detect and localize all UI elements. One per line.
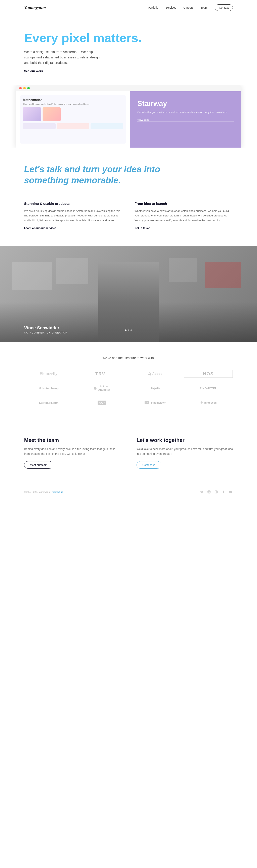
team-member-name: Vince Schwidder — [24, 325, 67, 331]
svg-rect-1 — [215, 491, 218, 493]
client-nos: NOS — [184, 370, 233, 378]
client-hotelchamp: H Hotelchamp — [24, 384, 73, 392]
window-dot-red — [19, 87, 22, 89]
nav-careers[interactable]: Careers — [184, 6, 194, 9]
client-lightspeed: lightspeed — [184, 399, 233, 407]
feature-products-cta[interactable]: Learn about our services → — [24, 226, 60, 229]
footer-copyright: © 2009 - 2020 Yummygum • Contact us — [24, 491, 63, 493]
nav-team[interactable]: Team — [201, 6, 207, 9]
features-section: Stunning & usable products We are a fun-… — [0, 198, 257, 246]
social-twitter[interactable] — [200, 490, 204, 494]
main-nav: Yummygum Portfolio Services Careers Team… — [0, 0, 257, 15]
mockup-section: Mathematics There are 28 topics availabl… — [0, 85, 257, 148]
cta-work-together: Let's work together We'd love to hear mo… — [136, 437, 233, 469]
nav-contact-button[interactable]: Contact — [215, 4, 233, 11]
mock-row-item-1 — [23, 123, 56, 129]
nav-links: Portfolio Services Careers Team Contact — [148, 4, 233, 11]
cta-bottom-section: Meet the team Behind every decision and … — [0, 421, 257, 485]
clients-grid: Shutterfly TRVL Adobe NOS H Hotelchamp S… — [24, 370, 233, 407]
feature-launch-title: From idea to launch — [134, 202, 233, 206]
mock-cards — [23, 107, 123, 121]
browser-left-panel: Mathematics There are 28 topics availabl… — [16, 91, 130, 148]
cta-work-title: Let's work together — [136, 437, 233, 443]
mock-app-title: Mathematics — [23, 98, 123, 102]
tagline-section: Let's talk and turn your idea into somet… — [0, 148, 257, 198]
client-findhotel: FINDHOTEL — [184, 384, 233, 392]
cta-work-body: We'd love to hear more about your produc… — [136, 446, 233, 456]
client-shutterfly: Shutterfly — [24, 370, 73, 378]
team-member-role: CO-FOUNDER, UX DIRECTOR — [24, 331, 67, 334]
client-trvl: TRVL — [77, 370, 127, 378]
cta-meet-body: Behind every decision and every pixel is… — [24, 446, 121, 456]
client-spider: SpiderStrategies — [77, 384, 127, 392]
office-monitor-4 — [169, 258, 197, 282]
footer-contact-link[interactable]: Contact us — [53, 491, 63, 493]
stairway-view-case[interactable]: View case → — [137, 118, 234, 122]
carousel-dots — [125, 330, 132, 331]
client-adobe: Adobe — [130, 370, 180, 378]
feature-products: Stunning & usable products We are a fun-… — [24, 202, 123, 230]
office-monitor-left — [12, 262, 52, 290]
office-monitor-2 — [56, 258, 88, 284]
office-monitor-right — [205, 262, 241, 288]
browser-window: Mathematics There are 28 topics availabl… — [16, 85, 241, 148]
dot-1[interactable] — [125, 330, 127, 331]
feature-launch: From idea to launch Whether you have a n… — [134, 202, 233, 230]
site-logo[interactable]: Yummygum — [24, 5, 46, 10]
dot-3[interactable] — [130, 330, 132, 331]
social-facebook[interactable] — [221, 490, 226, 494]
browser-bar — [16, 85, 241, 91]
mock-card-1 — [23, 107, 41, 121]
hero-section: Every pixel matters. We're a design stud… — [0, 15, 257, 85]
browser-content: Mathematics There are 28 topics availabl… — [16, 91, 241, 148]
team-caption: Vince Schwidder CO-FOUNDER, UX DIRECTOR — [24, 325, 67, 334]
window-dot-yellow — [23, 87, 26, 89]
feature-products-body: We are a fun-loving design studio based … — [24, 209, 123, 223]
contact-us-button[interactable]: Contact us — [136, 461, 161, 469]
svg-point-0 — [94, 387, 96, 390]
mock-row — [23, 123, 123, 129]
stairway-title: Stairway — [137, 99, 234, 108]
meet-team-button[interactable]: Meet our team — [24, 461, 53, 469]
client-tiqets: Tiqets — [130, 384, 180, 392]
client-flitsmeister: FM Flitsmeister — [130, 399, 180, 407]
social-instagram[interactable] — [214, 490, 219, 494]
footer-social — [200, 490, 233, 494]
cta-meet-team: Meet the team Behind every decision and … — [24, 437, 121, 469]
nav-portfolio[interactable]: Portfolio — [148, 6, 158, 9]
mock-row-item-3 — [91, 123, 123, 129]
feature-products-title: Stunning & usable products — [24, 202, 123, 206]
hero-cta[interactable]: See our work → — [24, 69, 47, 73]
client-startpage: Startpage.com — [24, 399, 73, 407]
clients-section: We've had the pleasure to work with: Shu… — [0, 342, 257, 421]
hero-headline: Every pixel matters. — [24, 31, 233, 44]
browser-right-panel: Stairway Get a better grade with persona… — [130, 91, 241, 148]
mock-card-2 — [42, 107, 61, 121]
social-medium[interactable] — [228, 490, 233, 494]
client-sap: SAP — [77, 399, 127, 407]
mock-row-item-2 — [57, 123, 90, 129]
feature-launch-body: Whether you have a new startup or an est… — [134, 209, 233, 223]
nav-services[interactable]: Services — [165, 6, 176, 9]
social-pinterest[interactable] — [207, 490, 211, 494]
cta-meet-title: Meet the team — [24, 437, 121, 443]
team-photo-section: Vince Schwidder CO-FOUNDER, UX DIRECTOR — [0, 246, 257, 342]
window-dot-green — [27, 87, 30, 89]
hero-body: We're a design studio from Amsterdam. We… — [24, 49, 100, 66]
clients-intro: We've had the pleasure to work with: — [24, 356, 233, 360]
stairway-subtitle: Get a better grade with personalised mat… — [137, 110, 234, 115]
tagline-heading: Let's talk and turn your idea into somet… — [24, 164, 165, 186]
dot-2[interactable] — [128, 330, 129, 331]
site-footer: © 2009 - 2020 Yummygum • Contact us — [0, 485, 257, 499]
app-mockup: Mathematics There are 28 topics availabl… — [20, 95, 126, 144]
feature-launch-cta[interactable]: Get in touch → — [134, 226, 154, 229]
mock-app-sub: There are 28 topics available in Mathema… — [23, 103, 123, 105]
